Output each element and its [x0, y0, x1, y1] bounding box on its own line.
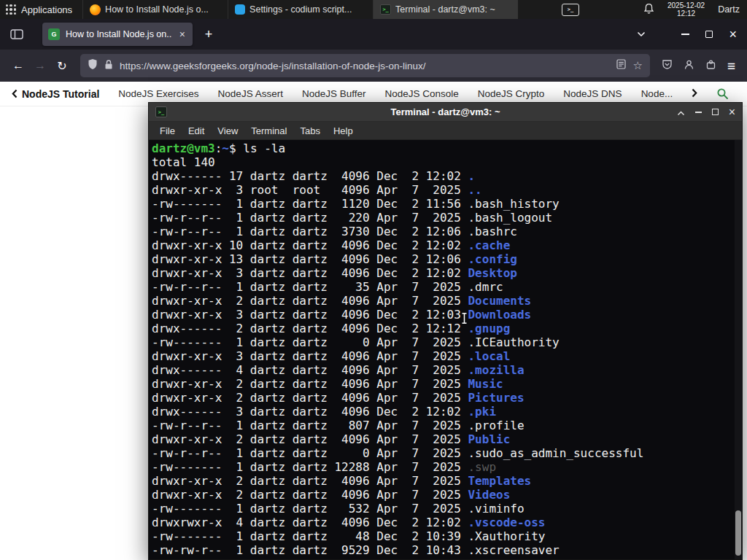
geeksforgeeks-favicon: G — [48, 28, 60, 40]
terminal-window-icon: >_ — [155, 106, 167, 117]
panel-clock[interactable]: 2025-12-02 12:12 — [667, 1, 705, 18]
lock-icon[interactable] — [104, 59, 113, 73]
forward-button[interactable]: → — [29, 55, 51, 77]
reader-mode-icon[interactable] — [616, 59, 626, 72]
notification-bell-icon[interactable] — [643, 3, 654, 17]
terminal-ls-line: drwxr-xr-x 3 dartz dartz 4096 Dec 2 12:0… — [152, 266, 742, 280]
chevron-right-icon — [692, 88, 697, 98]
terminal-maximize-button[interactable] — [712, 109, 719, 115]
terminal-menu-help[interactable]: Help — [327, 123, 360, 139]
gfg-tutorial-label: NodeJS Tutorial — [22, 88, 99, 100]
gfg-nav-link[interactable]: NodeJS Crypto — [478, 88, 545, 99]
applications-menu-button[interactable]: Applications — [0, 0, 82, 19]
terminal-ls-line: drwx------ 3 dartz dartz 4096 Dec 2 12:0… — [152, 405, 742, 419]
terminal-menu-file[interactable]: File — [153, 123, 182, 139]
terminal-body[interactable]: dartz@vm3:~$ ls -latotal 140drwx------ 1… — [149, 140, 742, 559]
taskbar-button-browser[interactable]: How to Install Node.js o... — [82, 0, 228, 19]
gfg-nav-link[interactable]: Node... — [641, 88, 673, 99]
back-button[interactable]: ← — [7, 55, 29, 77]
gfg-nav-back[interactable]: NodeJS Tutorial — [12, 88, 99, 100]
terminal-ls-line: -rw------- 1 dartz dartz 0 Apr 7 2025 .I… — [152, 335, 742, 349]
terminal-window: >_ Terminal - dartz@vm3: ~ × FileEditVie… — [148, 102, 743, 560]
bookmark-star-icon[interactable]: ☆ — [632, 59, 642, 72]
browser-tab[interactable]: G How to Install Node.js on... × — [42, 23, 193, 46]
close-button[interactable]: × — [729, 31, 737, 38]
terminal-scrollbar[interactable] — [735, 140, 742, 559]
url-text[interactable]: https://www.geeksforgeeks.org/node-js/in… — [120, 61, 610, 71]
terminal-ls-line: -rw------- 1 dartz dartz 532 Apr 7 2025 … — [152, 502, 742, 516]
terminal-menu-terminal[interactable]: Terminal — [244, 123, 293, 139]
terminal-ls-line: -rw-r--r-- 1 dartz dartz 35 Apr 7 2025 .… — [152, 280, 742, 294]
mouse-cursor-ibeam — [461, 312, 468, 327]
terminal-minimize-button[interactable] — [695, 112, 702, 113]
list-all-tabs-button[interactable] — [632, 25, 651, 44]
terminal-window-title: Terminal - dartz@vm3: ~ — [149, 106, 742, 117]
terminal-ls-line: drwxr-xr-x 3 root root 4096 Apr 7 2025 .… — [152, 183, 742, 197]
terminal-ls-line: drwxr-xr-x 2 dartz dartz 4096 Apr 7 2025… — [152, 294, 742, 308]
terminal-menubar: FileEditViewTerminalTabsHelp — [149, 122, 742, 140]
toolbar-right-icons: ≡ — [657, 59, 740, 73]
gfg-nav-link[interactable]: NodeJS Exercises — [118, 88, 198, 99]
terminal-ls-line: drwx------ 2 dartz dartz 4096 Dec 2 12:1… — [152, 322, 742, 335]
terminal-menu-tabs[interactable]: Tabs — [293, 123, 326, 139]
terminal-menu-view[interactable]: View — [211, 123, 244, 139]
terminal-ls-line: drwxr-xr-x 2 dartz dartz 4096 Apr 7 2025… — [152, 488, 742, 502]
pocket-icon[interactable] — [662, 59, 673, 73]
browser-tab-bar: G How to Install Node.js on... × + × — [0, 19, 747, 50]
terminal-ls-line: drwxr-xr-x 13 dartz dartz 4096 Dec 2 12:… — [152, 252, 742, 266]
terminal-ls-line: -rw-r--r-- 1 dartz dartz 807 Apr 7 2025 … — [152, 419, 742, 432]
url-bar[interactable]: https://www.geeksforgeeks.org/node-js/in… — [80, 54, 650, 77]
tab-title: How to Install Node.js on... — [66, 29, 172, 39]
tab-close-icon[interactable]: × — [178, 28, 187, 40]
terminal-ls-line: drwx------ 17 dartz dartz 4096 Dec 2 12:… — [152, 169, 742, 183]
tray-terminal-icon[interactable]: >_ — [562, 4, 579, 16]
terminal-titlebar[interactable]: >_ Terminal - dartz@vm3: ~ × — [149, 103, 742, 122]
gfg-nav-links: NodeJS ExercisesNodeJS AssertNodeJS Buff… — [118, 88, 673, 99]
terminal-ls-line: -rw------- 1 dartz dartz 12288 Apr 7 202… — [152, 460, 742, 474]
firefox-view-icon — [10, 29, 23, 39]
terminal-ls-line: drwxr-xr-x 2 dartz dartz 4096 Apr 7 2025… — [152, 432, 742, 446]
new-tab-button[interactable]: + — [198, 24, 219, 44]
gfg-nav-link[interactable]: NodeJS DNS — [563, 88, 622, 99]
gfg-nav-forward[interactable] — [692, 88, 697, 100]
clock-date: 2025-12-02 — [667, 1, 705, 10]
minimize-button[interactable] — [681, 34, 689, 35]
gfg-search-button[interactable] — [716, 88, 729, 100]
search-icon — [716, 88, 729, 100]
terminal-ls-line: drwxr-xr-x 2 dartz dartz 4096 Apr 7 2025… — [152, 391, 742, 405]
terminal-window-controls: × — [677, 106, 735, 119]
reload-button[interactable]: ↻ — [51, 55, 73, 77]
taskbar-button-terminal[interactable]: >_ Terminal - dartz@vm3: ~ — [373, 0, 518, 19]
taskbar-button-codium[interactable]: Settings - codium script... — [228, 0, 373, 19]
terminal-ls-line: -rw------- 1 dartz dartz 1120 Dec 2 11:5… — [152, 197, 742, 211]
terminal-prompt-line: dartz@vm3:~$ ls -la — [152, 141, 742, 155]
extensions-icon[interactable] — [705, 59, 716, 73]
clock-time: 12:12 — [677, 9, 695, 18]
gfg-nav-link[interactable]: NodeJS Buffer — [302, 88, 366, 99]
browser-window-controls: × — [681, 31, 741, 38]
gfg-nav-link[interactable]: NodeJS Console — [384, 88, 458, 99]
terminal-icon: >_ — [380, 4, 391, 15]
terminal-ls-line: drwxr-xr-x 2 dartz dartz 4096 Apr 7 2025… — [152, 474, 742, 488]
terminal-ls-line: drwxr-xr-x 10 dartz dartz 4096 Dec 2 12:… — [152, 238, 742, 252]
terminal-close-button[interactable]: × — [729, 109, 735, 116]
terminal-menu-edit[interactable]: Edit — [182, 123, 211, 139]
shade-button[interactable] — [677, 106, 685, 119]
maximize-button[interactable] — [705, 31, 713, 38]
tracking-shield-icon[interactable] — [88, 58, 98, 73]
firefox-view-button[interactable] — [6, 24, 28, 44]
terminal-total-line: total 140 — [152, 155, 742, 169]
chevron-up-icon — [677, 111, 685, 116]
account-icon[interactable] — [684, 59, 694, 73]
firefox-icon — [90, 4, 101, 15]
gfg-nav-link[interactable]: NodeJS Assert — [218, 88, 283, 99]
terminal-ls-line: drwxr-xr-x 3 dartz dartz 4096 Apr 7 2025… — [152, 349, 742, 363]
applications-grid-icon — [6, 4, 16, 15]
terminal-ls-line: drwx------ 4 dartz dartz 4096 Apr 7 2025… — [152, 363, 742, 377]
panel-username: Dartz — [718, 4, 740, 15]
terminal-ls-line: -rw-r--r-- 1 dartz dartz 3730 Dec 2 12:0… — [152, 225, 742, 238]
menu-icon[interactable]: ≡ — [727, 59, 735, 73]
terminal-ls-line: -rw------- 1 dartz dartz 48 Dec 2 10:39 … — [152, 529, 742, 543]
terminal-output: dartz@vm3:~$ ls -latotal 140drwx------ 1… — [152, 141, 742, 557]
terminal-scrollbar-thumb[interactable] — [735, 510, 741, 556]
